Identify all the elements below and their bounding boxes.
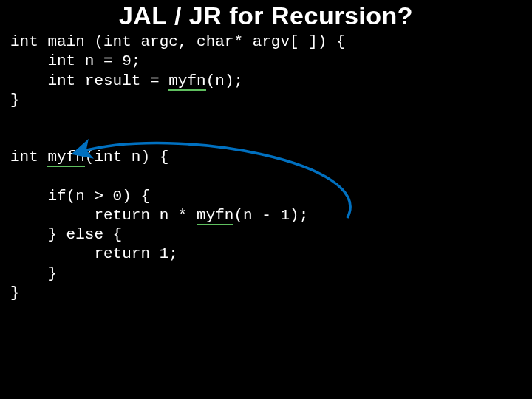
slide-title: JAL / JR for Recursion? bbox=[0, 1, 532, 30]
code-line: } bbox=[10, 265, 57, 282]
code-line: (n); bbox=[206, 72, 243, 89]
code-line: } else { bbox=[10, 226, 122, 243]
code-line: int n = 9; bbox=[10, 52, 140, 69]
code-line: int result = bbox=[10, 72, 168, 89]
code-line: (int n) { bbox=[85, 149, 168, 166]
code-block-main: int main (int argc, char* argv[ ]) { int… bbox=[10, 33, 346, 110]
code-line: int bbox=[10, 149, 47, 166]
code-block-myfn: int myfn(int n) { if(n > 0) { return n *… bbox=[10, 148, 308, 303]
call-myfn-main: myfn bbox=[168, 72, 205, 91]
slide: JAL / JR for Recursion? int main (int ar… bbox=[0, 0, 532, 399]
code-line: } bbox=[10, 284, 20, 301]
code-line: } bbox=[10, 92, 20, 109]
code-line: (n - 1); bbox=[233, 207, 308, 224]
def-myfn: myfn bbox=[47, 149, 84, 167]
code-line: return 1; bbox=[10, 245, 178, 262]
code-line: int main (int argc, char* argv[ ]) { bbox=[10, 33, 346, 50]
code-line: return n * bbox=[10, 207, 197, 224]
code-line: if(n > 0) { bbox=[10, 188, 150, 205]
call-myfn-recursive: myfn bbox=[197, 207, 233, 225]
